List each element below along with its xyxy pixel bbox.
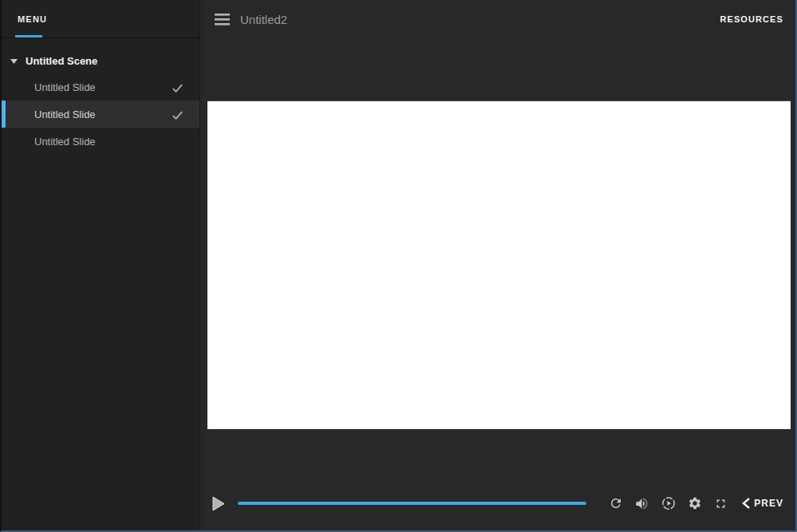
menu-tab[interactable]: MENU [18, 14, 47, 24]
app-window: MENU Untitled Scene Untitled Slide Untit… [0, 0, 797, 532]
slide-item-3[interactable]: Untitled Slide [2, 128, 199, 155]
slide-label: Untitled Slide [34, 136, 183, 148]
sidebar: MENU Untitled Scene Untitled Slide Untit… [2, 0, 200, 530]
slide-item-1[interactable]: Untitled Slide [2, 73, 199, 100]
check-icon [172, 109, 183, 120]
player-controls: PREV [597, 496, 783, 511]
prev-label: PREV [754, 498, 783, 509]
slide-label: Untitled Slide [34, 108, 172, 120]
scene-label: Untitled Scene [26, 55, 97, 67]
gear-icon[interactable] [687, 496, 702, 511]
outline-tree: Untitled Scene Untitled Slide Untitled S… [2, 38, 199, 155]
course-title: Untitled2 [240, 13, 287, 26]
check-icon [172, 82, 183, 93]
seekbar[interactable] [238, 502, 586, 505]
slide-canvas[interactable] [207, 100, 791, 429]
slide-label: Untitled Slide [34, 81, 172, 93]
slide-item-2-selected[interactable]: Untitled Slide [2, 100, 199, 128]
chevron-left-icon [742, 498, 751, 509]
stage [200, 38, 795, 489]
volume-icon[interactable] [634, 496, 649, 511]
play-button[interactable] [212, 496, 226, 511]
topbar: Untitled2 RESOURCES [200, 0, 795, 38]
sidebar-header: MENU [2, 0, 199, 38]
seekbar-fill [238, 502, 586, 505]
menu-icon[interactable] [215, 14, 230, 26]
scene-item[interactable]: Untitled Scene [2, 49, 199, 73]
resources-button[interactable]: RESOURCES [720, 14, 783, 24]
player-bar: PREV [200, 489, 795, 530]
prev-button[interactable]: PREV [742, 498, 783, 509]
playback-speed-icon[interactable] [661, 496, 676, 511]
chevron-down-icon[interactable] [10, 57, 19, 65]
menu-tab-active-indicator [15, 35, 42, 37]
fullscreen-icon[interactable] [713, 496, 728, 511]
main-area: Untitled2 RESOURCES [200, 0, 795, 530]
replay-icon[interactable] [608, 496, 623, 511]
